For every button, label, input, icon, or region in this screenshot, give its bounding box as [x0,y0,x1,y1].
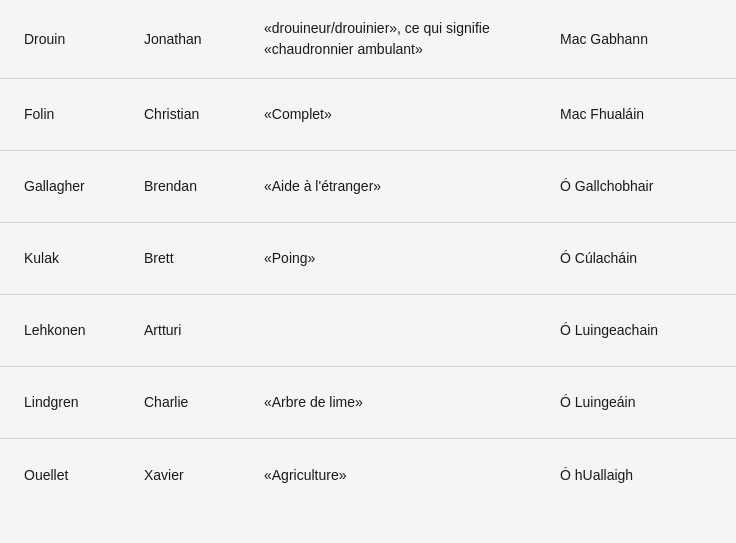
cell-last-name: Kulak [16,248,136,269]
table-row: DrouinJonathan«drouineur/drouinier», ce … [0,0,736,79]
cell-irish: Ó Luingeáin [540,392,720,413]
cell-last-name: Drouin [16,29,136,50]
cell-first-name: Artturi [136,320,256,341]
table-row: LindgrenCharlie«Arbre de lime»Ó Luingeái… [0,367,736,439]
cell-first-name: Xavier [136,465,256,486]
cell-irish: Ó Cúlacháin [540,248,720,269]
table-row: LehkonenArtturiÓ Luingeachain [0,295,736,367]
cell-irish: Ó Gallchobhair [540,176,720,197]
cell-meaning: «Arbre de lime» [256,392,540,413]
cell-first-name: Christian [136,104,256,125]
cell-meaning: «Complet» [256,104,540,125]
cell-last-name: Folin [16,104,136,125]
cell-first-name: Charlie [136,392,256,413]
cell-meaning: «Aide à l'étranger» [256,176,540,197]
cell-meaning: «drouineur/drouinier», ce qui signifie «… [256,18,540,60]
cell-meaning: «Agriculture» [256,465,540,486]
cell-first-name: Brett [136,248,256,269]
cell-irish: Mac Gabhann [540,29,720,50]
cell-first-name: Brendan [136,176,256,197]
table-row: FolinChristian«Complet»Mac Fhualáin [0,79,736,151]
cell-last-name: Lehkonen [16,320,136,341]
cell-irish: Ó Luingeachain [540,320,720,341]
main-table: DrouinJonathan«drouineur/drouinier», ce … [0,0,736,511]
cell-irish: Mac Fhualáin [540,104,720,125]
cell-first-name: Jonathan [136,29,256,50]
cell-last-name: Lindgren [16,392,136,413]
cell-irish: Ó hUallaigh [540,465,720,486]
table-row: GallagherBrendan«Aide à l'étranger»Ó Gal… [0,151,736,223]
table-row: OuelletXavier«Agriculture»Ó hUallaigh [0,439,736,511]
cell-meaning: «Poing» [256,248,540,269]
table-row: KulakBrett«Poing»Ó Cúlacháin [0,223,736,295]
cell-last-name: Ouellet [16,465,136,486]
cell-last-name: Gallagher [16,176,136,197]
